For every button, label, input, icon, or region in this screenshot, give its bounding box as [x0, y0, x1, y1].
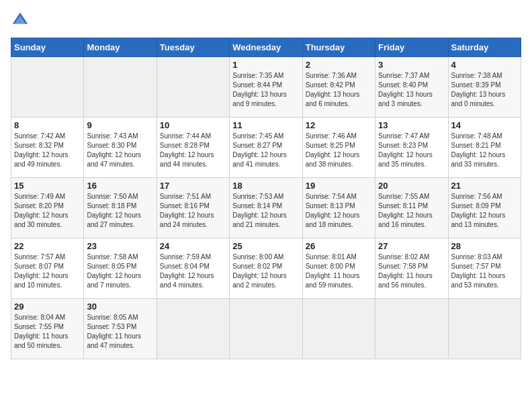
calendar-week-4: 22Sunrise: 7:57 AMSunset: 8:07 PMDayligh… [11, 238, 521, 299]
calendar-cell: 17Sunrise: 7:51 AMSunset: 8:16 PMDayligh… [157, 178, 229, 238]
day-number: 19 [306, 181, 372, 191]
day-info: Sunrise: 7:46 AMSunset: 8:25 PMDaylight:… [306, 132, 372, 169]
day-number: 22 [14, 241, 81, 251]
calendar-cell: 26Sunrise: 8:01 AMSunset: 8:00 PMDayligh… [302, 238, 375, 299]
calendar-cell: 19Sunrise: 7:54 AMSunset: 8:13 PMDayligh… [302, 178, 375, 238]
calendar-cell: 20Sunrise: 7:55 AMSunset: 8:11 PMDayligh… [375, 178, 448, 238]
day-number: 13 [378, 120, 445, 130]
day-info: Sunrise: 7:37 AMSunset: 8:40 PMDaylight:… [378, 71, 445, 109]
calendar-cell [157, 57, 229, 118]
day-info: Sunrise: 7:35 AMSunset: 8:44 PMDaylight:… [232, 71, 299, 109]
calendar-table: SundayMondayTuesdayWednesdayThursdayFrid… [11, 38, 521, 359]
calendar-cell: 14Sunrise: 7:48 AMSunset: 8:21 PMDayligh… [448, 118, 521, 178]
day-info: Sunrise: 7:56 AMSunset: 8:09 PMDaylight:… [451, 192, 518, 230]
calendar-cell: 15Sunrise: 7:49 AMSunset: 8:20 PMDayligh… [11, 178, 84, 238]
calendar-cell [11, 57, 84, 118]
day-info: Sunrise: 7:48 AMSunset: 8:21 PMDaylight:… [451, 132, 518, 169]
day-number: 12 [306, 120, 372, 130]
calendar-cell: 2Sunrise: 7:36 AMSunset: 8:42 PMDaylight… [302, 57, 375, 118]
day-number: 10 [160, 120, 226, 130]
day-info: Sunrise: 7:58 AMSunset: 8:05 PMDaylight:… [87, 253, 153, 290]
calendar-cell: 18Sunrise: 7:53 AMSunset: 8:14 PMDayligh… [230, 178, 302, 238]
calendar-cell: 13Sunrise: 7:47 AMSunset: 8:23 PMDayligh… [375, 118, 448, 178]
column-header-sunday: Sunday [11, 38, 84, 57]
calendar-week-2: 8Sunrise: 7:42 AMSunset: 8:32 PMDaylight… [11, 118, 521, 178]
column-header-saturday: Saturday [448, 38, 521, 57]
calendar-cell: 24Sunrise: 7:59 AMSunset: 8:04 PMDayligh… [157, 238, 229, 299]
day-info: Sunrise: 7:45 AMSunset: 8:27 PMDaylight:… [232, 132, 299, 169]
calendar-cell [84, 57, 157, 118]
calendar-cell: 21Sunrise: 7:56 AMSunset: 8:09 PMDayligh… [448, 178, 521, 238]
calendar-cell [375, 299, 448, 359]
logo-icon [11, 11, 30, 30]
day-number: 14 [451, 120, 518, 130]
day-number: 9 [87, 120, 153, 130]
calendar-cell: 28Sunrise: 8:03 AMSunset: 7:57 PMDayligh… [448, 238, 521, 299]
day-info: Sunrise: 8:02 AMSunset: 7:58 PMDaylight:… [378, 253, 445, 290]
calendar-cell: 1Sunrise: 7:35 AMSunset: 8:44 PMDaylight… [230, 57, 302, 118]
calendar-cell: 16Sunrise: 7:50 AMSunset: 8:18 PMDayligh… [84, 178, 157, 238]
day-number: 30 [87, 302, 153, 312]
day-info: Sunrise: 7:43 AMSunset: 8:30 PMDaylight:… [87, 132, 153, 169]
day-number: 29 [14, 302, 81, 312]
day-info: Sunrise: 8:01 AMSunset: 8:00 PMDaylight:… [306, 253, 372, 290]
day-info: Sunrise: 8:00 AMSunset: 8:02 PMDaylight:… [232, 253, 299, 290]
day-info: Sunrise: 8:05 AMSunset: 7:53 PMDaylight:… [87, 313, 153, 351]
day-number: 2 [306, 60, 372, 70]
calendar-cell: 3Sunrise: 7:37 AMSunset: 8:40 PMDaylight… [375, 57, 448, 118]
calendar-cell: 30Sunrise: 8:05 AMSunset: 7:53 PMDayligh… [84, 299, 157, 359]
day-number: 23 [87, 241, 153, 251]
day-number: 21 [451, 181, 518, 191]
day-info: Sunrise: 8:03 AMSunset: 7:57 PMDaylight:… [451, 253, 518, 290]
calendar-cell: 10Sunrise: 7:44 AMSunset: 8:28 PMDayligh… [157, 118, 229, 178]
day-number: 16 [87, 181, 153, 191]
column-header-wednesday: Wednesday [230, 38, 302, 57]
calendar-week-1: 1Sunrise: 7:35 AMSunset: 8:44 PMDaylight… [11, 57, 521, 118]
day-info: Sunrise: 7:44 AMSunset: 8:28 PMDaylight:… [160, 132, 226, 169]
column-header-thursday: Thursday [302, 38, 375, 57]
day-info: Sunrise: 7:47 AMSunset: 8:23 PMDaylight:… [378, 132, 445, 169]
day-number: 1 [232, 60, 299, 70]
calendar-cell: 22Sunrise: 7:57 AMSunset: 8:07 PMDayligh… [11, 238, 84, 299]
calendar-cell: 9Sunrise: 7:43 AMSunset: 8:30 PMDaylight… [84, 118, 157, 178]
column-header-friday: Friday [375, 38, 448, 57]
calendar-cell: 27Sunrise: 8:02 AMSunset: 7:58 PMDayligh… [375, 238, 448, 299]
day-info: Sunrise: 7:59 AMSunset: 8:04 PMDaylight:… [160, 253, 226, 290]
calendar-cell: 12Sunrise: 7:46 AMSunset: 8:25 PMDayligh… [302, 118, 375, 178]
calendar-cell: 29Sunrise: 8:04 AMSunset: 7:55 PMDayligh… [11, 299, 84, 359]
day-number: 4 [451, 60, 518, 70]
day-number: 3 [378, 60, 445, 70]
day-info: Sunrise: 7:49 AMSunset: 8:20 PMDaylight:… [14, 192, 81, 230]
calendar-cell [157, 299, 229, 359]
day-info: Sunrise: 7:57 AMSunset: 8:07 PMDaylight:… [14, 253, 81, 290]
calendar-week-3: 15Sunrise: 7:49 AMSunset: 8:20 PMDayligh… [11, 178, 521, 238]
calendar-cell: 23Sunrise: 7:58 AMSunset: 8:05 PMDayligh… [84, 238, 157, 299]
day-number: 20 [378, 181, 445, 191]
calendar-cell: 8Sunrise: 7:42 AMSunset: 8:32 PMDaylight… [11, 118, 84, 178]
column-header-tuesday: Tuesday [157, 38, 229, 57]
calendar-cell: 11Sunrise: 7:45 AMSunset: 8:27 PMDayligh… [230, 118, 302, 178]
day-info: Sunrise: 7:50 AMSunset: 8:18 PMDaylight:… [87, 192, 153, 230]
day-number: 18 [232, 181, 299, 191]
day-number: 25 [232, 241, 299, 251]
calendar-cell: 25Sunrise: 8:00 AMSunset: 8:02 PMDayligh… [230, 238, 302, 299]
day-info: Sunrise: 7:55 AMSunset: 8:11 PMDaylight:… [378, 192, 445, 230]
day-info: Sunrise: 7:54 AMSunset: 8:13 PMDaylight:… [306, 192, 372, 230]
logo [11, 11, 35, 30]
day-number: 17 [160, 181, 226, 191]
day-info: Sunrise: 7:36 AMSunset: 8:42 PMDaylight:… [306, 71, 372, 109]
calendar-week-5: 29Sunrise: 8:04 AMSunset: 7:55 PMDayligh… [11, 299, 521, 359]
calendar-cell [302, 299, 375, 359]
calendar-cell: 4Sunrise: 7:38 AMSunset: 8:39 PMDaylight… [448, 57, 521, 118]
column-header-monday: Monday [84, 38, 157, 57]
page-header [11, 11, 521, 30]
day-info: Sunrise: 7:42 AMSunset: 8:32 PMDaylight:… [14, 132, 81, 169]
day-info: Sunrise: 7:38 AMSunset: 8:39 PMDaylight:… [451, 71, 518, 109]
calendar-cell [448, 299, 521, 359]
calendar-cell [230, 299, 302, 359]
day-number: 27 [378, 241, 445, 251]
day-number: 24 [160, 241, 226, 251]
day-info: Sunrise: 7:51 AMSunset: 8:16 PMDaylight:… [160, 192, 226, 230]
day-number: 11 [232, 120, 299, 130]
day-info: Sunrise: 7:53 AMSunset: 8:14 PMDaylight:… [232, 192, 299, 230]
